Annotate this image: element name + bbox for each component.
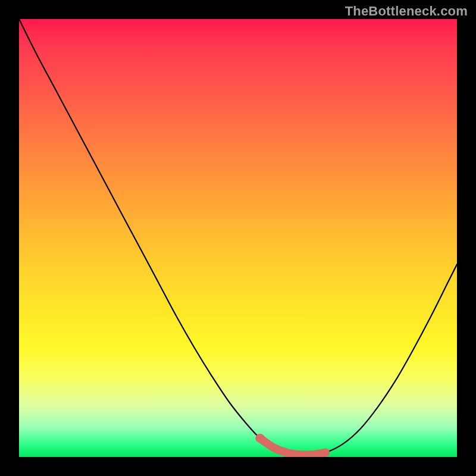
watermark-text: TheBottleneck.com: [345, 4, 468, 19]
optimal-range-highlight: [260, 438, 325, 455]
chart-area: [19, 19, 457, 457]
bottleneck-curve: [19, 19, 457, 455]
optimal-range-start-dot: [255, 434, 264, 443]
chart-svg: [19, 19, 457, 457]
